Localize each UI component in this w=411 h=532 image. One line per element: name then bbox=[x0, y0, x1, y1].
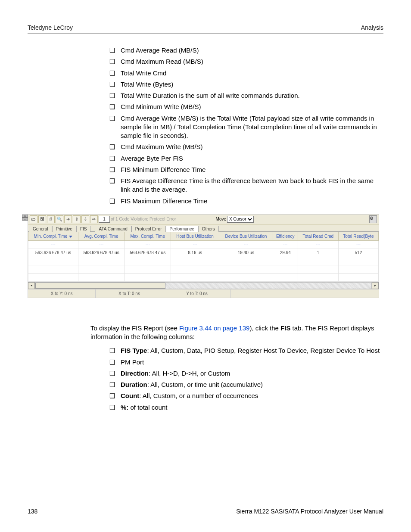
list-item: FIS Minimum Difference Time bbox=[109, 165, 383, 174]
print-icon[interactable]: ⎙ bbox=[47, 215, 55, 223]
export-icon[interactable]: ➔ bbox=[64, 215, 72, 223]
col-total-read-cmd[interactable]: Total Read Cmd bbox=[298, 232, 338, 240]
save-icon[interactable]: 🖫 bbox=[38, 215, 46, 223]
list-item: Cmd Maximum Read (MB/S) bbox=[109, 57, 383, 66]
list-item: Average Byte Per FIS bbox=[109, 154, 383, 163]
list-item: FIS Average Difference Time is the diffe… bbox=[109, 177, 383, 194]
move-label: Move bbox=[216, 217, 226, 221]
filter-row[interactable]: ------------------------ bbox=[28, 240, 379, 249]
open-icon[interactable]: 🗁 bbox=[30, 215, 37, 223]
list-item: FIS Maximum Difference Time bbox=[109, 197, 383, 205]
header-right: Analysis bbox=[361, 24, 383, 31]
dock-handle[interactable]: ×▪ bbox=[22, 215, 27, 221]
header-left: Teledyne LeCroy bbox=[28, 24, 73, 31]
tab-fis[interactable]: FIS bbox=[76, 226, 91, 232]
header-rule bbox=[28, 34, 383, 34]
list-item: FIS Type: All, Custom, Data, PIO Setup, … bbox=[109, 346, 383, 355]
status-y-to-t: Y to T: 0 ns bbox=[163, 289, 231, 298]
tab-protocol-error[interactable]: Protocol Error bbox=[131, 226, 166, 232]
table-row bbox=[28, 257, 379, 265]
list-item: Count: All, Custom, or a number of occur… bbox=[109, 392, 383, 400]
list-item: Total Write Cmd bbox=[109, 69, 383, 78]
page-number-input[interactable]: 1 bbox=[99, 216, 110, 223]
figure-link[interactable]: Figure 3.44 on page 139 bbox=[179, 324, 249, 332]
results-grid: Min. Compl. Time Avg. Compl. Time Max. C… bbox=[28, 231, 379, 289]
table-row[interactable]: 563.626 678 47 us563.626 678 47 us563.62… bbox=[28, 249, 379, 257]
status-x-to-y: X to Y: 0 ns bbox=[28, 289, 96, 298]
tab-general[interactable]: General bbox=[29, 226, 52, 232]
list-item: Total Write (Bytes) bbox=[109, 80, 383, 89]
list-item: Direction: All, H->D, D->H, or Custom bbox=[109, 369, 383, 378]
arrow-right-icon[interactable]: ⇨ bbox=[90, 215, 98, 223]
list-item: Total Write Duration is the sum of all w… bbox=[109, 91, 383, 100]
sort-desc-icon bbox=[69, 236, 72, 238]
metrics-list: Cmd Average Read (MB/S) Cmd Maximum Read… bbox=[109, 46, 383, 205]
fis-columns-list: FIS Type: All, Custom, Data, PIO Setup, … bbox=[109, 346, 383, 412]
list-item: Cmd Maximum Write (MB/S) bbox=[109, 143, 383, 151]
col-avg-compl-time[interactable]: Avg. Compl. Time bbox=[78, 232, 125, 240]
toolbar: 🗁 🖫 ⎙ 🔍 ➔ ⇧ ⇩ ⇨ 1 of 1 Code Violation: P… bbox=[28, 215, 379, 224]
tab-ata-command[interactable]: ATA Command bbox=[95, 226, 131, 232]
arrow-up-icon[interactable]: ⇧ bbox=[73, 215, 81, 223]
table-row bbox=[28, 265, 379, 273]
list-item: Duration: All, Custom, or time unit (acc… bbox=[109, 380, 383, 389]
list-item: Cmd Average Write (MB/S) is the Total Wr… bbox=[109, 114, 383, 140]
scroll-left-icon[interactable]: ◂ bbox=[28, 282, 35, 289]
preview-icon[interactable]: 🔍 bbox=[56, 215, 63, 223]
col-efficiency[interactable]: Efficiency bbox=[273, 232, 298, 240]
toolbar-crumb: of 1 Code Violation: Protocol Error bbox=[111, 217, 176, 221]
properties-icon[interactable]: ⚙ bbox=[369, 215, 377, 223]
table-row bbox=[28, 273, 379, 281]
list-item: Cmd Average Read (MB/S) bbox=[109, 46, 383, 55]
column-header-row: Min. Compl. Time Avg. Compl. Time Max. C… bbox=[28, 232, 379, 240]
list-item: %: of total count bbox=[109, 403, 383, 412]
scroll-thumb[interactable] bbox=[35, 283, 165, 289]
col-max-compl-time[interactable]: Max. Compl. Time bbox=[125, 232, 171, 240]
manual-title: Sierra M122 SAS/SATA Protocol Analyzer U… bbox=[236, 508, 383, 515]
fis-report-paragraph: To display the FIS Report (see Figure 3.… bbox=[90, 324, 383, 342]
app-window: ×▪ 🗁 🖫 ⎙ 🔍 ➔ ⇧ ⇩ ⇨ 1 of 1 Code Violation… bbox=[28, 214, 379, 298]
col-total-read-byte[interactable]: Total Read(Byte bbox=[338, 232, 378, 240]
tab-primitive[interactable]: Primitive bbox=[52, 226, 76, 232]
list-item: Cmd Minimum Write (MB/S) bbox=[109, 103, 383, 111]
list-item: PM Port bbox=[109, 358, 383, 367]
status-bar: X to Y: 0 ns X to T: 0 ns Y to T: 0 ns bbox=[28, 289, 379, 298]
move-cursor-select[interactable]: X Cursor bbox=[227, 216, 254, 223]
horizontal-scrollbar[interactable]: ◂ ▸ bbox=[28, 282, 379, 289]
col-host-bus-util[interactable]: Host Bus Utilization bbox=[171, 232, 219, 240]
status-x-to-t: X to T: 0 ns bbox=[96, 289, 163, 298]
page-number: 138 bbox=[28, 508, 37, 515]
col-device-bus-util[interactable]: Device Bus Utilization bbox=[219, 232, 273, 240]
tab-bar: General Primitive FIS ATA Command Protoc… bbox=[28, 224, 379, 231]
arrow-down-icon[interactable]: ⇩ bbox=[81, 215, 89, 223]
tab-performance[interactable]: Performance bbox=[166, 226, 198, 232]
tab-others[interactable]: Others bbox=[198, 226, 219, 232]
scroll-right-icon[interactable]: ▸ bbox=[372, 282, 379, 289]
col-min-compl-time[interactable]: Min. Compl. Time bbox=[28, 232, 78, 240]
